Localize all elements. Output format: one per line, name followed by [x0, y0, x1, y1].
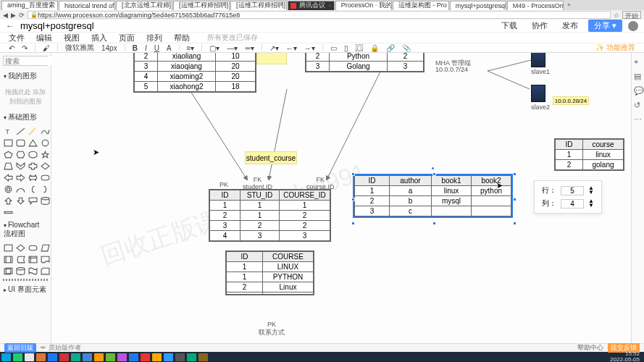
shape-storeddata[interactable] — [15, 254, 26, 264]
shape-arc[interactable] — [15, 184, 26, 194]
task-icon[interactable] — [152, 353, 162, 361]
link-icon[interactable]: 🔗 — [386, 44, 395, 52]
bring-front-icon[interactable]: ▭ — [330, 44, 337, 52]
shape-multidoc[interactable] — [3, 266, 14, 276]
sticky-note-yellow[interactable] — [256, 53, 287, 64]
menu-help[interactable]: 帮助 — [174, 33, 190, 43]
connector-button[interactable]: ↗▾ — [269, 44, 279, 52]
browser-tab-active[interactable]: mysql+postgresql× — [450, 1, 506, 10]
shape-bracket-r[interactable] — [40, 184, 51, 194]
shape-search[interactable]: 🔍 — [3, 56, 48, 66]
download-button[interactable]: 下载 — [497, 20, 522, 31]
font-selector[interactable]: 微软雅黑 — [65, 43, 94, 53]
shape-ring[interactable] — [3, 184, 14, 194]
comment-icon[interactable]: 💬 — [634, 86, 643, 95]
browser-tab[interactable]: historical trend of× — [59, 1, 115, 10]
paint-icon[interactable]: 🖌 — [43, 44, 50, 52]
menu-file[interactable]: 文件 — [9, 33, 25, 43]
shape-trapezoid[interactable] — [3, 161, 14, 171]
layers-icon[interactable]: ▤ — [634, 72, 643, 80]
table-course-right[interactable]: IDcourse1linux2golang — [554, 138, 624, 171]
avatar[interactable] — [628, 21, 638, 31]
shape-text[interactable]: T — [3, 126, 14, 136]
bold-button[interactable]: B — [133, 44, 138, 52]
shape-rect[interactable] — [3, 138, 14, 148]
browser-tab[interactable]: M49 - ProcessOn× — [507, 1, 564, 10]
shape-card[interactable] — [40, 266, 51, 276]
task-icon[interactable] — [164, 353, 173, 361]
collab-button[interactable]: 协作 — [527, 20, 552, 31]
menu-arrange[interactable]: 排列 — [146, 33, 162, 43]
url-input[interactable]: 🔒https://www.processon.com/diagraming/5e… — [28, 11, 611, 19]
help-center-link[interactable]: 帮助中心 — [577, 343, 603, 353]
return-old-btn[interactable]: 返回旧版 — [4, 343, 36, 353]
shape-internal[interactable] — [28, 254, 38, 264]
cols-input[interactable] — [561, 199, 584, 209]
shape-data[interactable] — [40, 243, 51, 253]
shape-arrowr[interactable] — [15, 172, 26, 182]
resize-handle[interactable] — [513, 222, 517, 225]
font-size-selector[interactable]: 14px — [101, 44, 117, 52]
shape-doc[interactable] — [40, 254, 51, 264]
task-icon[interactable] — [106, 353, 115, 361]
task-icon[interactable] — [36, 353, 46, 361]
browser-tab[interactable]: [运维工程师招聘]× — [173, 1, 230, 10]
nav-back-icon[interactable]: ◀ — [3, 12, 8, 19]
table-id-course[interactable]: IDCOURSE1LINUX1PYTHON2Linux — [225, 251, 314, 295]
line-style-button[interactable]: —▾ — [227, 44, 238, 52]
arrow-start-button[interactable]: ←▾ — [286, 44, 297, 52]
browser-tab[interactable]: [运维工程师招聘]× — [230, 1, 287, 10]
shape-terminator[interactable] — [28, 243, 38, 253]
group-icon[interactable]: ⿴ — [356, 44, 363, 52]
browser-tab[interactable]: 运维架构图 - Pro× — [393, 1, 449, 10]
shape-star[interactable] — [40, 149, 51, 159]
line-width-button[interactable]: ═▾ — [245, 44, 254, 52]
sticky-student-course[interactable]: student_course — [245, 151, 297, 164]
stepper-icon[interactable]: ▲▼ — [588, 199, 594, 207]
shape-circle[interactable] — [40, 138, 51, 148]
task-icon[interactable] — [25, 353, 34, 361]
lock-icon[interactable]: 🔒 — [370, 44, 379, 52]
panel-my-shapes[interactable]: 我的图形 — [0, 69, 51, 83]
task-icon[interactable] — [48, 353, 57, 361]
shape-cross[interactable] — [28, 161, 38, 171]
browser-tab[interactable]: aming_百度搜索× — [1, 1, 58, 10]
shape-predef[interactable] — [3, 254, 14, 264]
star-icon[interactable]: ☆ — [614, 12, 619, 19]
task-icon[interactable] — [198, 353, 208, 361]
panel-flowchart[interactable]: Flowchart 流程图 — [0, 219, 51, 241]
panel-basic-shapes[interactable]: 基础图形 — [0, 110, 51, 125]
panel-ui-elements[interactable]: UI 界面元素 — [0, 282, 51, 297]
resize-handle[interactable] — [432, 172, 436, 176]
resize-handle[interactable] — [513, 172, 517, 176]
underline-button[interactable]: U — [154, 44, 159, 52]
feature-rec-button[interactable]: ✨ 功能推荐 — [595, 43, 635, 53]
attach-icon[interactable]: 📎 — [402, 44, 411, 52]
shape-process[interactable] — [3, 243, 14, 253]
table-dim-panel[interactable]: 行：▲▼ 列：▲▼ — [534, 180, 602, 214]
history-icon[interactable]: ↺ — [634, 101, 643, 109]
task-icon[interactable] — [83, 353, 92, 361]
resize-handle[interactable] — [351, 172, 355, 176]
shape-arrowu[interactable] — [3, 195, 14, 206]
more-icon[interactable]: ⋯ — [634, 115, 643, 124]
table-students-partial[interactable]: 2xiaoliang103xiaoqiang204xiaoming2205xia… — [133, 53, 256, 93]
menu-insert[interactable]: 插入 — [91, 33, 107, 43]
rotate-handle[interactable] — [431, 167, 435, 170]
table-student-course[interactable]: IDSTU_IDCOURSE_ID111212322433 — [209, 189, 331, 242]
fill-color-button[interactable]: ▢▾ — [209, 44, 219, 52]
table-lang-top[interactable]: 2Python23Golang3 — [305, 53, 425, 72]
text-color-button[interactable]: A — [167, 44, 172, 52]
shape-minus[interactable] — [3, 207, 14, 217]
browser-tab[interactable]: ProcessOn · 我的× — [335, 1, 392, 10]
browser-tab[interactable]: [北京运维工程师]× — [116, 1, 172, 10]
send-back-icon[interactable]: ▯ — [344, 44, 348, 52]
shape-cylinder[interactable] — [40, 195, 51, 206]
task-icon[interactable] — [71, 353, 80, 361]
shape-db[interactable] — [15, 266, 26, 276]
browser-start-button[interactable]: 开始 — [622, 11, 641, 19]
arrow-end-button[interactable]: →▾ — [304, 44, 315, 52]
resize-handle[interactable] — [432, 222, 436, 225]
share-button[interactable]: 分享 ▾ — [588, 20, 622, 32]
shape-tape[interactable] — [28, 266, 38, 276]
